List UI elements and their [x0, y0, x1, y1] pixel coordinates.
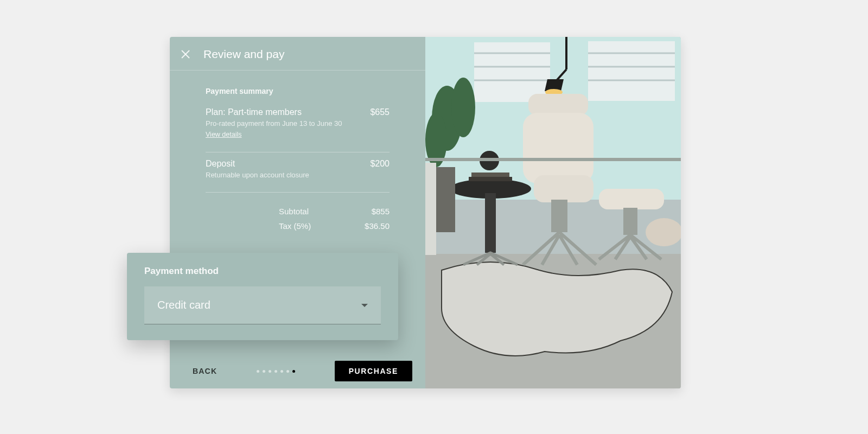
section-label: Payment summary	[206, 87, 390, 95]
dialog-title: Review and pay	[203, 48, 284, 61]
progress-dots	[257, 370, 295, 373]
svg-rect-14	[485, 193, 496, 253]
progress-dot-active	[292, 370, 295, 373]
subtotal-label: Subtotal	[279, 207, 322, 216]
payment-method-title: Payment method	[144, 266, 381, 277]
view-details-link[interactable]: View details	[206, 131, 241, 138]
divider	[206, 152, 390, 152]
back-button[interactable]: BACK	[193, 367, 217, 375]
totals: Subtotal $855 Tax (5%) $36.50	[206, 199, 390, 231]
progress-dot	[275, 370, 277, 373]
svg-rect-32	[425, 158, 681, 161]
purchase-button[interactable]: PURCHASE	[335, 361, 412, 381]
svg-rect-28	[551, 200, 567, 232]
progress-dot	[263, 370, 265, 373]
svg-point-31	[646, 218, 681, 246]
subtotal-row: Subtotal $855	[206, 207, 390, 216]
plan-label: Plan: Part-time members	[206, 107, 302, 117]
plan-line-item: Plan: Part-time members $655 Pro-rated p…	[206, 107, 390, 146]
divider	[206, 192, 390, 193]
svg-rect-29	[599, 189, 664, 209]
payment-method-card: Payment method Credit card	[127, 253, 398, 340]
svg-rect-33	[425, 163, 436, 255]
room-scene-image	[425, 37, 681, 388]
dialog-footer: BACK PURCHASE	[170, 354, 425, 388]
progress-dot	[269, 370, 271, 373]
tax-row: Tax (5%) $36.50	[206, 221, 390, 231]
svg-rect-16	[471, 173, 509, 177]
deposit-sublabel: Returnable upon account closure	[206, 171, 390, 179]
svg-rect-30	[623, 208, 637, 235]
deposit-line-item: Deposit $200 Returnable upon account clo…	[206, 159, 390, 187]
svg-rect-5	[588, 41, 675, 101]
progress-dot	[286, 370, 289, 373]
deposit-amount: $200	[370, 159, 390, 169]
dialog-header: Review and pay	[170, 37, 425, 71]
hero-image	[425, 37, 681, 388]
progress-dot	[280, 370, 283, 373]
subtotal-amount: $855	[352, 207, 390, 216]
payment-method-selected: Credit card	[157, 299, 210, 311]
svg-rect-25	[528, 94, 588, 116]
svg-point-19	[451, 78, 475, 137]
plan-sublabel: Pro-rated payment from June 13 to June 3…	[206, 119, 390, 127]
svg-rect-27	[534, 175, 593, 202]
payment-method-select[interactable]: Credit card	[144, 286, 381, 324]
plan-amount: $655	[370, 107, 390, 117]
svg-rect-26	[523, 113, 593, 183]
svg-rect-15	[469, 177, 512, 181]
close-icon[interactable]	[181, 49, 190, 59]
tax-label: Tax (5%)	[279, 221, 322, 231]
tax-amount: $36.50	[352, 221, 390, 231]
progress-dot	[257, 370, 259, 373]
deposit-label: Deposit	[206, 159, 235, 169]
caret-down-icon	[361, 304, 368, 307]
svg-rect-4	[474, 42, 550, 102]
